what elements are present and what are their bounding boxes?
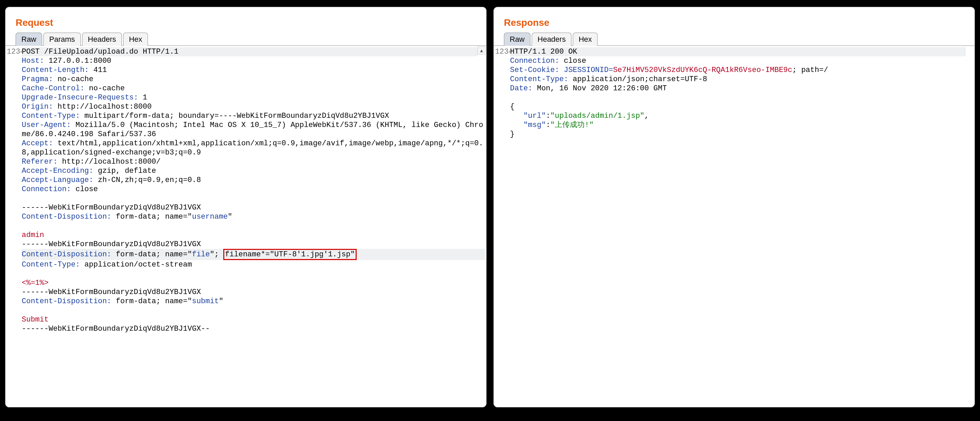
tab-headers[interactable]: Headers [82,33,122,46]
response-editor[interactable]: 1234567 HTTP/1.1 200 OKConnection: close… [494,46,975,407]
tab-hex[interactable]: Hex [123,33,148,46]
tab-hex[interactable]: Hex [573,33,598,46]
request-title: Request [5,11,486,32]
request-gutter: 1234567891011121314151617181920212223242… [5,46,21,407]
tab-raw[interactable]: Raw [16,33,42,46]
request-code[interactable]: POST /FileUpload/upload.do HTTP/1.1Host:… [21,46,486,407]
response-panel: Response Raw Headers Hex 1234567 HTTP/1.… [493,7,975,407]
tab-headers[interactable]: Headers [532,33,571,46]
tab-params[interactable]: Params [43,33,81,46]
tab-raw[interactable]: Raw [504,33,530,46]
request-editor[interactable]: ▴ 12345678910111213141516171819202122232… [5,46,486,407]
response-tabs: Raw Headers Hex [494,32,975,46]
scroll-up-icon[interactable]: ▴ [477,46,485,55]
panels-container: Request Raw Params Headers Hex ▴ 1234567… [5,7,975,407]
request-panel: Request Raw Params Headers Hex ▴ 1234567… [5,7,487,407]
response-code[interactable]: HTTP/1.1 200 OKConnection: closeSet-Cook… [509,46,975,407]
request-tabs: Raw Params Headers Hex [5,32,486,46]
response-title: Response [494,11,975,32]
response-gutter: 1234567 [494,46,509,407]
